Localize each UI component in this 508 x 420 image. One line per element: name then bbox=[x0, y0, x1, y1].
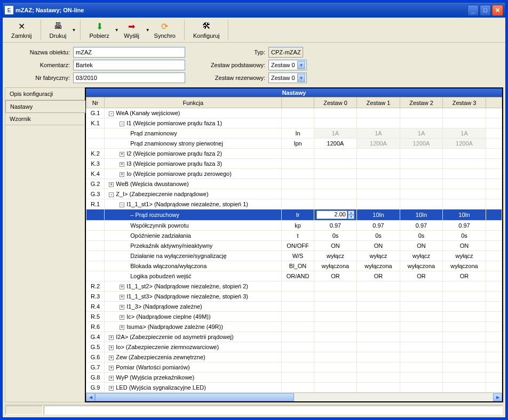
value-edit-input[interactable]: 2.00 bbox=[316, 211, 347, 219]
send-tool[interactable]: ➡ Wyślij bbox=[119, 20, 145, 40]
expand-icon[interactable]: + bbox=[109, 182, 114, 187]
table-row[interactable]: G.5+Io> (Zabezpieczenie ziemnozwarciowe) bbox=[86, 342, 502, 352]
expand-icon[interactable]: + bbox=[120, 325, 124, 330]
table-row[interactable]: K.4+Io (Wejście pomiarowe prądu zerowego… bbox=[86, 169, 502, 179]
expand-icon[interactable]: + bbox=[120, 162, 124, 167]
row-value-z2[interactable]: 10In bbox=[400, 209, 443, 221]
table-row[interactable]: G.1-WeA (Kanały wejściowe) bbox=[86, 108, 502, 118]
sidebar-item-settings[interactable]: Nastawy bbox=[5, 100, 85, 113]
expand-icon[interactable]: + bbox=[120, 285, 124, 289]
row-value-z1[interactable]: wyłączona bbox=[357, 261, 400, 271]
expand-icon[interactable]: + bbox=[120, 315, 124, 320]
row-value-z3[interactable]: 0s bbox=[443, 231, 486, 241]
row-value-z0[interactable]: wyłącz bbox=[314, 251, 357, 261]
expand-icon[interactable]: + bbox=[120, 295, 124, 300]
set-main-select[interactable]: Zestaw 0 ▼ bbox=[268, 60, 307, 70]
table-row[interactable]: G.9+LED (Wyjścia sygnalizacyjne LED) bbox=[86, 383, 502, 393]
row-value-z0[interactable]: 0s bbox=[314, 231, 357, 241]
row-value-z3[interactable]: wyłączona bbox=[443, 261, 486, 271]
row-value-z1[interactable]: 0.97 bbox=[357, 221, 400, 231]
row-value-z0[interactable]: 0.97 bbox=[314, 221, 357, 231]
object-name-input[interactable] bbox=[73, 47, 185, 58]
table-row[interactable]: Prąd znamionowyIn1A1A1A1A bbox=[86, 128, 502, 139]
row-value-z3[interactable]: OR bbox=[443, 271, 486, 281]
table-row[interactable]: G.8+WyP (Wyjścia przekaźnikowe) bbox=[86, 373, 502, 383]
row-value-z0[interactable]: ON bbox=[314, 241, 357, 251]
table-row[interactable]: R.3+I1_1_st3> (Nadprądowe niezależne, st… bbox=[86, 292, 502, 302]
expand-icon[interactable]: + bbox=[109, 335, 114, 340]
row-value-z0[interactable]: wyłączona bbox=[314, 261, 357, 271]
print-tool[interactable]: 🖶 Drukuj bbox=[45, 20, 71, 40]
table-row[interactable]: G.3-Z_I> (Zabezpieczenie nadprądowe) bbox=[86, 189, 502, 199]
row-value-z3[interactable]: 10In bbox=[443, 209, 486, 221]
sync-tool[interactable]: ⟳ Synchro bbox=[150, 20, 180, 40]
table-row[interactable]: R.1-I1_1_st1> (Nadprądowe niezależne, st… bbox=[86, 199, 502, 209]
sidebar-item-config[interactable]: Opis konfiguracji bbox=[5, 88, 85, 100]
table-row[interactable]: Blokada włączona/wyłączonaBl_ONwyłączona… bbox=[86, 261, 502, 271]
col-sym[interactable] bbox=[282, 98, 314, 108]
col-z3[interactable]: Zestaw 3 bbox=[443, 98, 486, 108]
table-row[interactable]: R.5+Ic> (Nadprądowe cieplne (49M)) bbox=[86, 312, 502, 322]
expand-icon[interactable]: + bbox=[120, 172, 124, 177]
scroll-track[interactable] bbox=[95, 393, 493, 401]
row-value-z1[interactable]: 1200A bbox=[357, 139, 400, 149]
spin-up[interactable]: ▲ bbox=[348, 211, 354, 215]
table-row[interactable]: Przekaźnik aktywny/nieaktywnyON/OFFONONO… bbox=[86, 241, 502, 251]
row-value-z2[interactable]: ON bbox=[400, 241, 443, 251]
collapse-icon[interactable]: - bbox=[120, 122, 124, 126]
table-row[interactable]: Opóźnienie zadziałaniat0s0s0s0s bbox=[86, 231, 502, 241]
row-value-z2[interactable]: wyłączona bbox=[400, 261, 443, 271]
row-value-z2[interactable]: 1A bbox=[400, 128, 443, 139]
row-value-z2[interactable]: OR bbox=[400, 271, 443, 281]
expand-icon[interactable]: + bbox=[120, 305, 124, 310]
expand-icon[interactable]: + bbox=[109, 386, 114, 391]
spin-down[interactable]: ▼ bbox=[348, 215, 354, 219]
row-value-z1[interactable]: 10In bbox=[357, 209, 400, 221]
table-row[interactable]: G.6+Zew (Zabezpieczenia zewnętrzne) bbox=[86, 352, 502, 362]
row-value-z0[interactable]: 1200A bbox=[314, 139, 357, 149]
comment-input[interactable] bbox=[73, 60, 185, 70]
table-row[interactable]: K.2+I2 (Wejście pomiarowe prądu faza 2) bbox=[86, 149, 502, 159]
col-z2[interactable]: Zestaw 2 bbox=[400, 98, 443, 108]
row-value-z3[interactable]: 1200A bbox=[443, 139, 486, 149]
row-value-z1[interactable]: wyłącz bbox=[357, 251, 400, 261]
set-res-select[interactable]: Zestaw 0 ▼ bbox=[268, 72, 307, 83]
expand-icon[interactable]: + bbox=[120, 152, 124, 157]
table-row[interactable]: Logika pobudzeń wejśćOR/ANDOROROROR bbox=[86, 271, 502, 281]
row-value-z1[interactable]: OR bbox=[357, 271, 400, 281]
config-tool[interactable]: 🛠 Konfiguruj bbox=[189, 20, 224, 40]
table-row[interactable]: Współczynnik powrotukp0.970.970.970.97 bbox=[86, 221, 502, 231]
table-row[interactable]: – Prąd rozruchowyIr2.00▲▼10In10In10In bbox=[86, 209, 502, 221]
close-tool[interactable]: ✕ Zamknij bbox=[7, 20, 36, 40]
sidebar-item-template[interactable]: Wzornik bbox=[5, 113, 85, 125]
table-row[interactable]: R.4+I1_3> (Nadprądowe zależne) bbox=[86, 302, 502, 312]
col-func[interactable]: Funkcja bbox=[105, 98, 282, 108]
row-value-z3[interactable]: 0.97 bbox=[443, 221, 486, 231]
row-value-z2[interactable]: 1200A bbox=[400, 139, 443, 149]
table-row[interactable]: G.4+I2A> (Zabezpieczenie od asymetrii pr… bbox=[86, 332, 502, 342]
row-value-z2[interactable]: wyłącz bbox=[400, 251, 443, 261]
expand-icon[interactable]: + bbox=[109, 366, 114, 370]
expand-icon[interactable]: + bbox=[109, 345, 114, 350]
expand-icon[interactable]: + bbox=[109, 376, 114, 381]
row-value-z1[interactable]: 0s bbox=[357, 231, 400, 241]
scroll-right-button[interactable]: ▶ bbox=[493, 393, 502, 401]
serial-input[interactable] bbox=[73, 72, 185, 83]
download-dropdown[interactable]: ▼ bbox=[115, 28, 119, 33]
row-value-z0[interactable]: 1A bbox=[314, 128, 357, 139]
expand-icon[interactable]: + bbox=[109, 356, 114, 360]
row-value-z2[interactable]: 0s bbox=[400, 231, 443, 241]
minimize-button[interactable]: _ bbox=[467, 5, 479, 16]
scroll-thumb[interactable] bbox=[95, 393, 294, 401]
col-nr[interactable]: Nr bbox=[86, 98, 105, 108]
table-row[interactable]: K.3+I3 (Wejście pomiarowe prądu faza 3) bbox=[86, 159, 502, 169]
table-row[interactable]: K.1-I1 (Wejście pomiarowe prądu faza 1) bbox=[86, 118, 502, 128]
table-row[interactable]: G.7+Pomiar (Wartości pomiarów) bbox=[86, 362, 502, 373]
col-z0[interactable]: Zestaw 0 bbox=[314, 98, 357, 108]
grid-scroll[interactable]: Nr Funkcja Zestaw 0 Zestaw 1 Zestaw 2 Ze… bbox=[86, 97, 502, 392]
row-value-z3[interactable]: 1A bbox=[443, 128, 486, 139]
titlebar[interactable]: E mZAZ; Nastawy; ON-line _ □ ✕ bbox=[3, 3, 505, 18]
scroll-left-button[interactable]: ◀ bbox=[86, 393, 95, 401]
row-value-z3[interactable]: ON bbox=[443, 241, 486, 251]
collapse-icon[interactable]: - bbox=[120, 203, 124, 207]
